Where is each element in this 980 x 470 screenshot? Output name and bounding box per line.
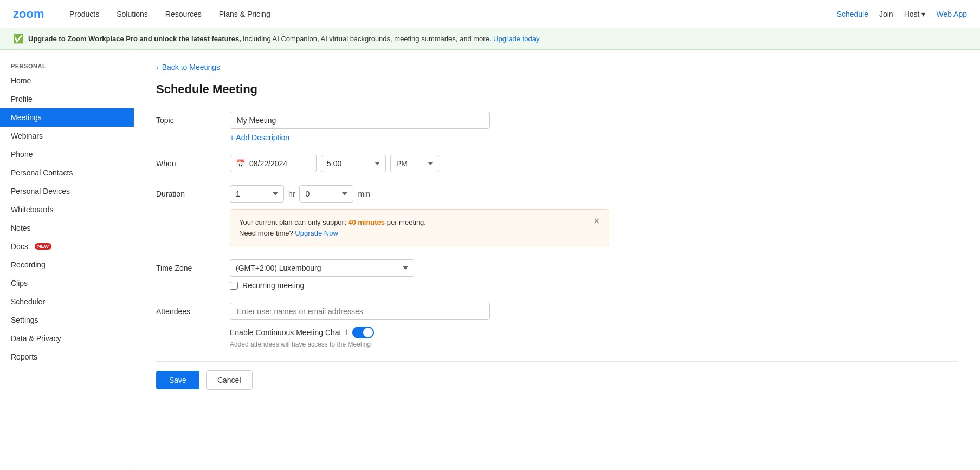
host-button[interactable]: Host ▾ — [904, 10, 926, 18]
webapp-button[interactable]: Web App — [936, 10, 967, 18]
warning-need: Need more time? — [239, 229, 293, 237]
main-content: ‹ Back to Meetings Schedule Meeting Topi… — [134, 50, 980, 464]
sidebar-item-label: Phone — [11, 150, 33, 159]
sidebar-item-label: Data & Privacy — [11, 334, 61, 343]
upgrade-today-link[interactable]: Upgrade today — [493, 35, 539, 43]
nav-products[interactable]: Products — [69, 10, 99, 18]
duration-inputs: 0 1 2 3 hr 0 15 30 45 min — [230, 185, 958, 203]
sidebar-item-scheduler[interactable]: Scheduler — [0, 292, 134, 311]
sidebar-item-data-privacy[interactable]: Data & Privacy — [0, 329, 134, 348]
warning-text: Your current plan can only support 40 mi… — [239, 217, 426, 238]
calendar-icon: 📅 — [236, 159, 245, 168]
sidebar-item-docs[interactable]: Docs NEW — [0, 237, 134, 256]
sidebar-item-label: Profile — [11, 95, 33, 103]
timezone-select[interactable]: (GMT+2:00) Luxembourg (GMT+0:00) UTC (GM… — [230, 259, 414, 277]
back-to-meetings-link[interactable]: ‹ Back to Meetings — [156, 63, 958, 71]
nav-right: Schedule Join Host ▾ Web App — [837, 10, 967, 18]
warning-highlight: 40 minutes — [348, 218, 385, 226]
nav-left: zoom Products Solutions Resources Plans … — [13, 8, 270, 21]
sidebar-item-notes[interactable]: Notes — [0, 219, 134, 237]
cancel-button[interactable]: Cancel — [206, 370, 253, 390]
sidebar-item-personal-contacts[interactable]: Personal Contacts — [0, 164, 134, 182]
attendees-label: Attendees — [156, 303, 221, 316]
hr-label: hr — [288, 190, 295, 198]
info-icon[interactable]: ℹ — [345, 328, 348, 337]
sidebar-item-label: Reports — [11, 352, 37, 361]
warning-close-button[interactable]: ✕ — [593, 217, 600, 226]
sidebar-item-label: Meetings — [11, 113, 42, 122]
duration-min-select[interactable]: 0 15 30 45 — [299, 185, 353, 203]
sidebar-item-label: Whiteboards — [11, 205, 54, 214]
sidebar-item-label: Settings — [11, 316, 38, 324]
nav-solutions[interactable]: Solutions — [117, 10, 148, 18]
attendees-control: Enable Continuous Meeting Chat ℹ Added a… — [230, 303, 958, 348]
sidebar-item-label: Notes — [11, 224, 31, 232]
continuous-chat-subtext: Added attendees will have access to the … — [230, 341, 958, 348]
sidebar-item-label: Personal Devices — [11, 187, 70, 195]
sidebar-item-label: Webinars — [11, 132, 43, 140]
continuous-chat-row: Enable Continuous Meeting Chat ℹ — [230, 327, 958, 338]
schedule-button[interactable]: Schedule — [837, 10, 868, 18]
timezone-row: Time Zone (GMT+2:00) Luxembourg (GMT+0:0… — [156, 259, 958, 290]
when-label: When — [156, 155, 221, 168]
join-button[interactable]: Join — [879, 10, 893, 18]
timezone-label: Time Zone — [156, 259, 221, 272]
app-layout: PERSONAL Home Profile Meetings Webinars … — [0, 50, 980, 464]
check-icon: ✅ — [13, 34, 24, 44]
sidebar-item-meetings[interactable]: Meetings — [0, 108, 134, 127]
back-chevron-icon: ‹ — [156, 63, 159, 71]
warning-text2: per meeting. — [385, 218, 426, 226]
svg-text:zoom: zoom — [13, 8, 44, 21]
logo[interactable]: zoom — [13, 8, 52, 21]
time-select[interactable]: 5:00 5:30 6:00 — [321, 155, 386, 172]
sidebar: PERSONAL Home Profile Meetings Webinars … — [0, 50, 134, 464]
sidebar-item-profile[interactable]: Profile — [0, 90, 134, 108]
min-label: min — [358, 190, 370, 198]
topic-input[interactable] — [230, 112, 490, 129]
when-control: 📅 08/22/2024 5:00 5:30 6:00 AM PM — [230, 155, 958, 172]
sidebar-item-personal-devices[interactable]: Personal Devices — [0, 182, 134, 200]
datetime-row: 📅 08/22/2024 5:00 5:30 6:00 AM PM — [230, 155, 958, 172]
attendees-row: Attendees Enable Continuous Meeting Chat… — [156, 303, 958, 348]
warning-text1: Your current plan can only support — [239, 218, 348, 226]
add-description-label: + Add Description — [230, 133, 289, 142]
chevron-down-icon: ▾ — [921, 10, 925, 18]
duration-hr-select[interactable]: 0 1 2 3 — [230, 185, 284, 203]
topic-row: Topic + Add Description — [156, 112, 958, 142]
continuous-chat-label: Enable Continuous Meeting Chat — [230, 328, 341, 337]
duration-label: Duration — [156, 185, 221, 198]
back-label: Back to Meetings — [162, 63, 220, 71]
ampm-select[interactable]: AM PM — [390, 155, 439, 172]
when-row: When 📅 08/22/2024 5:00 5:30 6:00 AM PM — [156, 155, 958, 172]
sidebar-item-reports[interactable]: Reports — [0, 348, 134, 366]
attendees-input[interactable] — [230, 303, 490, 320]
save-button[interactable]: Save — [156, 371, 199, 389]
sidebar-item-label: Clips — [11, 279, 28, 288]
warning-box: Your current plan can only support 40 mi… — [230, 209, 609, 246]
sidebar-item-home[interactable]: Home — [0, 71, 134, 90]
recurring-checkbox[interactable] — [230, 282, 238, 290]
page-title: Schedule Meeting — [156, 82, 958, 96]
duration-row: Duration 0 1 2 3 hr 0 15 30 45 — [156, 185, 958, 246]
sidebar-item-recording[interactable]: Recording — [0, 256, 134, 274]
upgrade-now-link[interactable]: Upgrade Now — [295, 229, 338, 237]
add-description-button[interactable]: + Add Description — [230, 133, 958, 142]
recurring-row: Recurring meeting — [230, 281, 958, 290]
nav-plans[interactable]: Plans & Pricing — [219, 10, 270, 18]
upgrade-banner: ✅ Upgrade to Zoom Workplace Pro and unlo… — [0, 28, 980, 50]
topic-label: Topic — [156, 112, 221, 125]
new-badge: NEW — [35, 243, 51, 250]
top-nav: zoom Products Solutions Resources Plans … — [0, 0, 980, 28]
duration-control: 0 1 2 3 hr 0 15 30 45 min — [230, 185, 958, 246]
sidebar-item-label: Home — [11, 76, 31, 85]
continuous-chat-toggle[interactable] — [352, 327, 374, 338]
sidebar-item-label: Personal Contacts — [11, 168, 73, 177]
sidebar-item-clips[interactable]: Clips — [0, 274, 134, 292]
sidebar-item-webinars[interactable]: Webinars — [0, 127, 134, 145]
sidebar-item-whiteboards[interactable]: Whiteboards — [0, 200, 134, 219]
sidebar-item-phone[interactable]: Phone — [0, 145, 134, 164]
timezone-control: (GMT+2:00) Luxembourg (GMT+0:00) UTC (GM… — [230, 259, 958, 290]
sidebar-item-settings[interactable]: Settings — [0, 311, 134, 329]
nav-resources[interactable]: Resources — [165, 10, 202, 18]
sidebar-section-label: PERSONAL — [0, 58, 134, 71]
